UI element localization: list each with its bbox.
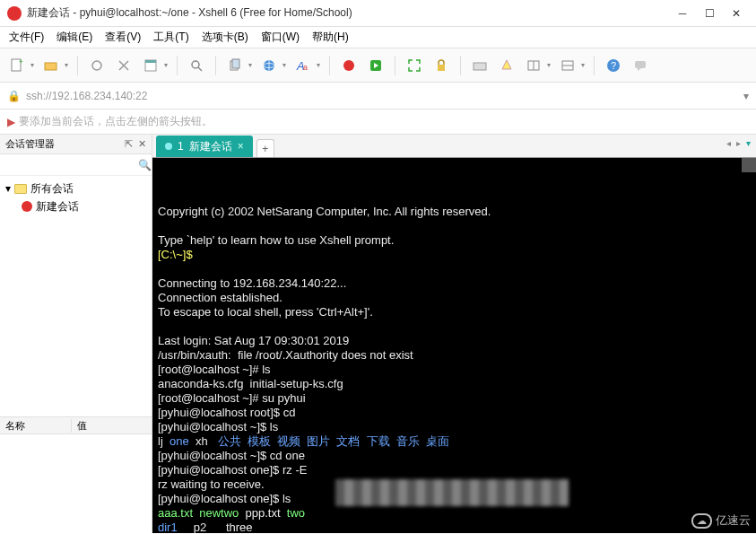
svg-rect-9	[232, 59, 239, 68]
app-icon	[7, 6, 22, 21]
tab-label: 新建会话	[189, 139, 232, 154]
tab-add-button[interactable]: +	[256, 139, 274, 157]
svg-rect-2	[45, 63, 56, 70]
properties-icon[interactable]	[141, 56, 161, 75]
pin-icon[interactable]: ⇱	[125, 138, 133, 150]
svg-rect-18	[438, 65, 445, 71]
tab-index: 1	[178, 140, 184, 153]
tab-menu-icon[interactable]: ▾	[746, 138, 751, 148]
watermark-text: 亿速云	[716, 512, 751, 529]
menu-view[interactable]: 查看(V)	[105, 30, 141, 45]
folder-icon	[14, 184, 27, 194]
svg-point-15	[343, 60, 354, 71]
toolbar: +▾ ▾ ▾ ▾ ▾ Aa▾ ▾ ▾ ?	[0, 48, 756, 83]
svg-text:+: +	[19, 58, 23, 66]
address-dropdown-icon[interactable]: ▾	[743, 90, 749, 102]
open-folder-icon[interactable]	[41, 56, 61, 75]
play-icon[interactable]	[366, 56, 386, 75]
scroll-indicator[interactable]	[742, 158, 756, 172]
help-icon[interactable]: ?	[604, 56, 623, 75]
reconnect-icon[interactable]	[87, 56, 107, 75]
minimize-button[interactable]: ─	[677, 8, 688, 19]
layout-icon[interactable]	[524, 56, 543, 75]
fullscreen-icon[interactable]	[404, 56, 424, 75]
font-icon[interactable]: Aa	[293, 56, 313, 75]
cloud-icon: ☁	[691, 513, 712, 529]
tab-next-icon[interactable]: ▸	[736, 138, 741, 148]
tree-root-all-sessions[interactable]: ▾ 所有会话	[2, 179, 150, 197]
tab-nav: ◂ ▸ ▾	[726, 138, 751, 148]
svg-rect-19	[474, 63, 486, 70]
disconnect-icon[interactable]	[114, 56, 134, 75]
collapse-icon[interactable]: ▾	[5, 182, 11, 195]
layout2-icon[interactable]	[558, 56, 578, 75]
menu-window[interactable]: 窗口(W)	[261, 30, 300, 45]
session-search: 🔍	[0, 154, 152, 176]
search-icon[interactable]	[187, 56, 206, 75]
close-button[interactable]: ✕	[731, 8, 742, 19]
tab-bar: 1 新建会话 × + ◂ ▸ ▾	[152, 135, 756, 158]
svg-text:a: a	[303, 63, 308, 72]
properties-body	[0, 434, 152, 533]
tab-active[interactable]: 1 新建会话 ×	[156, 136, 253, 157]
svg-line-7	[198, 67, 202, 71]
title-bar: 新建会话 - pyhui@localhost:~/one - Xshell 6 …	[0, 0, 756, 27]
svg-marker-20	[502, 60, 511, 69]
svg-text:?: ?	[611, 60, 616, 71]
svg-point-6	[192, 61, 199, 68]
menu-tools[interactable]: 工具(T)	[153, 30, 188, 45]
chat-icon[interactable]	[630, 56, 650, 75]
tree-label: 新建会话	[36, 199, 79, 214]
properties-header: 名称 值	[0, 416, 152, 434]
svg-point-3	[92, 61, 101, 70]
session-manager-panel: 会话管理器 ⇱ ✕ 🔍 ▾ 所有会话 新建会话 名称 值	[0, 135, 152, 533]
menu-edit[interactable]: 编辑(E)	[56, 30, 92, 45]
maximize-button[interactable]: ☐	[704, 8, 715, 19]
keyboard-icon[interactable]	[470, 56, 490, 75]
session-icon	[22, 201, 32, 212]
menu-bar: 文件(F) 编辑(E) 查看(V) 工具(T) 选项卡(B) 窗口(W) 帮助(…	[0, 27, 756, 48]
address-input[interactable]	[26, 90, 738, 102]
tab-prev-icon[interactable]: ◂	[726, 138, 731, 148]
tab-status-icon	[165, 143, 172, 150]
session-manager-title: 会话管理器	[5, 137, 55, 151]
session-tree: ▾ 所有会话 新建会话	[0, 176, 152, 416]
panel-close-icon[interactable]: ✕	[138, 138, 146, 150]
new-doc-icon[interactable]: +	[7, 56, 27, 75]
search-icon[interactable]: 🔍	[138, 159, 152, 171]
watermark: ☁ 亿速云	[691, 512, 751, 529]
flag-icon: ▶	[7, 116, 15, 128]
tree-item-new-session[interactable]: 新建会话	[2, 197, 150, 215]
copy-icon[interactable]	[225, 56, 245, 75]
session-manager-header: 会话管理器 ⇱ ✕	[0, 135, 152, 154]
terminal-area: 1 新建会话 × + ◂ ▸ ▾ Copyright (c) 2002 NetS…	[152, 135, 756, 533]
menu-file[interactable]: 文件(F)	[9, 30, 44, 45]
lock-icon[interactable]	[431, 56, 451, 75]
svg-rect-5	[145, 60, 156, 63]
window-title: 新建会话 - pyhui@localhost:~/one - Xshell 6 …	[27, 5, 677, 21]
main-area: 会话管理器 ⇱ ✕ 🔍 ▾ 所有会话 新建会话 名称 值	[0, 135, 756, 533]
hint-text: 要添加当前会话，点击左侧的箭头按钮。	[19, 114, 213, 129]
tree-label: 所有会话	[30, 181, 74, 197]
menu-help[interactable]: 帮助(H)	[312, 30, 349, 45]
terminal[interactable]: Copyright (c) 2002 NetSarang Computer, I…	[152, 158, 756, 533]
menu-tabs[interactable]: 选项卡(B)	[202, 30, 248, 45]
tab-close-icon[interactable]: ×	[238, 140, 244, 153]
record-icon[interactable]	[339, 56, 359, 75]
hint-bar: ▶ 要添加当前会话，点击左侧的箭头按钮。	[0, 109, 756, 135]
lock-icon: 🔒	[7, 90, 21, 102]
address-bar: 🔒 ▾	[0, 83, 756, 109]
col-name: 名称	[0, 419, 72, 433]
svg-marker-28	[638, 68, 641, 71]
svg-rect-27	[635, 61, 646, 68]
highlight-icon[interactable]	[497, 56, 517, 75]
col-value: 值	[72, 419, 92, 433]
globe-icon[interactable]	[259, 56, 279, 75]
session-search-input[interactable]	[4, 159, 138, 171]
